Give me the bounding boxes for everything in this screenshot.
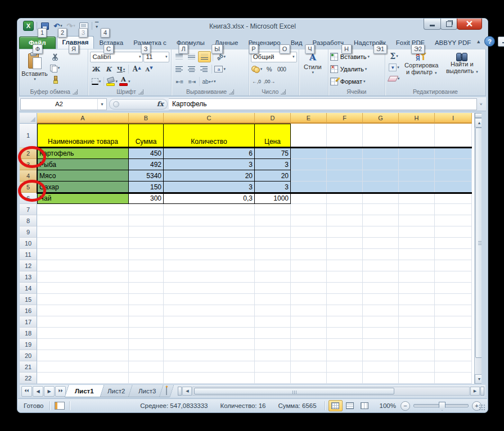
cell-E8[interactable]: [291, 215, 327, 226]
cell-A7[interactable]: [37, 204, 129, 215]
cell-C12[interactable]: [164, 260, 255, 271]
align-center-button[interactable]: [186, 64, 197, 74]
cell-H13[interactable]: [399, 271, 435, 283]
cell-C1[interactable]: Количество: [164, 124, 255, 148]
last-sheet-button[interactable]: ⏵⏵: [55, 386, 66, 397]
cell-B1[interactable]: Сумма: [129, 124, 164, 148]
cell-D10[interactable]: [255, 238, 291, 249]
cell-A17[interactable]: [37, 316, 129, 328]
cell-H12[interactable]: [399, 260, 435, 271]
cell-G19[interactable]: [363, 339, 399, 350]
cell-A22[interactable]: [37, 373, 129, 384]
cell-E12[interactable]: [291, 260, 327, 271]
cell-E13[interactable]: [291, 271, 327, 283]
zoom-out-button[interactable]: −: [400, 401, 410, 411]
cell-B19[interactable]: [129, 339, 164, 350]
font-name-combo[interactable]: Calibri▾: [90, 52, 143, 62]
cell-A19[interactable]: [37, 339, 129, 350]
cell-H6[interactable]: [399, 193, 435, 204]
cell-I14[interactable]: [435, 283, 472, 294]
cell-C16[interactable]: [164, 305, 255, 316]
zoom-level[interactable]: 100%: [375, 402, 400, 409]
cell-D19[interactable]: [255, 339, 291, 350]
cell-I8[interactable]: [435, 215, 472, 226]
page-break-view-button[interactable]: [358, 400, 372, 411]
cell-D7[interactable]: [255, 204, 291, 215]
cell-B4[interactable]: 5340: [129, 170, 164, 182]
row-header-22[interactable]: 22: [20, 373, 37, 384]
cell-H4[interactable]: [399, 170, 435, 182]
cell-G18[interactable]: [363, 328, 399, 339]
cell-A15[interactable]: [37, 294, 129, 305]
column-header-F[interactable]: F: [327, 113, 363, 124]
cell-F1[interactable]: [327, 124, 363, 148]
cell-B8[interactable]: [129, 215, 164, 226]
vertical-split-handle[interactable]: [475, 113, 482, 118]
row-header-1[interactable]: 1: [20, 124, 37, 148]
cell-C21[interactable]: [164, 361, 255, 373]
cell-B5[interactable]: 150: [129, 182, 164, 193]
row-header-18[interactable]: 18: [20, 328, 37, 339]
cell-G6[interactable]: [363, 193, 399, 204]
cell-G22[interactable]: [363, 373, 399, 384]
cell-I15[interactable]: [435, 294, 472, 305]
decrease-decimal-button[interactable]: ,00→: [263, 76, 276, 87]
cell-I9[interactable]: [435, 226, 472, 238]
horizontal-scroll-thumb[interactable]: [194, 388, 394, 394]
cell-B18[interactable]: [129, 328, 164, 339]
row-header-21[interactable]: 21: [20, 361, 37, 373]
close-button[interactable]: ✕: [457, 19, 482, 30]
cell-B14[interactable]: [129, 283, 164, 294]
cell-D1[interactable]: Цена: [255, 124, 291, 148]
cell-C2[interactable]: 6: [164, 148, 255, 159]
cell-D17[interactable]: [255, 316, 291, 328]
cell-D20[interactable]: [255, 350, 291, 361]
cell-D11[interactable]: [255, 249, 291, 260]
cell-H3[interactable]: [399, 159, 435, 170]
column-header-I[interactable]: I: [435, 113, 472, 124]
cell-I19[interactable]: [435, 339, 472, 350]
cell-E15[interactable]: [291, 294, 327, 305]
cell-E10[interactable]: [291, 238, 327, 249]
cell-H14[interactable]: [399, 283, 435, 294]
cell-E11[interactable]: [291, 249, 327, 260]
cell-H15[interactable]: [399, 294, 435, 305]
cell-I1[interactable]: [435, 124, 472, 148]
scroll-left-button[interactable]: ◀: [182, 387, 192, 396]
cell-D9[interactable]: [255, 226, 291, 238]
cell-C15[interactable]: [164, 294, 255, 305]
cell-C10[interactable]: [164, 238, 255, 249]
cell-C22[interactable]: [164, 373, 255, 384]
cell-C9[interactable]: [164, 226, 255, 238]
cell-B13[interactable]: [129, 271, 164, 283]
decrease-indent-button[interactable]: ⇤≡: [173, 76, 185, 87]
cell-C11[interactable]: [164, 249, 255, 260]
cell-G16[interactable]: [363, 305, 399, 316]
cell-D6[interactable]: 1000: [255, 193, 291, 204]
cell-B9[interactable]: [129, 226, 164, 238]
cell-G7[interactable]: [363, 204, 399, 215]
cell-I12[interactable]: [435, 260, 472, 271]
cell-I22[interactable]: [435, 373, 472, 384]
italic-button[interactable]: К: [102, 64, 114, 74]
cell-H19[interactable]: [399, 339, 435, 350]
align-left-button[interactable]: [173, 64, 185, 74]
cell-E5[interactable]: [291, 182, 327, 193]
cell-D22[interactable]: [255, 373, 291, 384]
cell-B16[interactable]: [129, 305, 164, 316]
row-header-12[interactable]: 12: [20, 260, 37, 271]
dialog-launcher-icon[interactable]: [229, 89, 234, 94]
cell-F17[interactable]: [327, 316, 363, 328]
sort-filter-button[interactable]: АЯ Сортировка и фильтр ▾: [401, 51, 442, 88]
cell-B7[interactable]: [129, 204, 164, 215]
cell-F18[interactable]: [327, 328, 363, 339]
accounting-format-button[interactable]: ▾: [251, 64, 263, 74]
cell-H21[interactable]: [399, 361, 435, 373]
cell-A21[interactable]: [37, 361, 129, 373]
formula-input[interactable]: Картофель: [169, 98, 477, 110]
cell-F12[interactable]: [327, 260, 363, 271]
cell-C4[interactable]: 20: [164, 170, 255, 182]
cell-A14[interactable]: [37, 283, 129, 294]
cell-A11[interactable]: [37, 249, 129, 260]
cell-I20[interactable]: [435, 350, 472, 361]
